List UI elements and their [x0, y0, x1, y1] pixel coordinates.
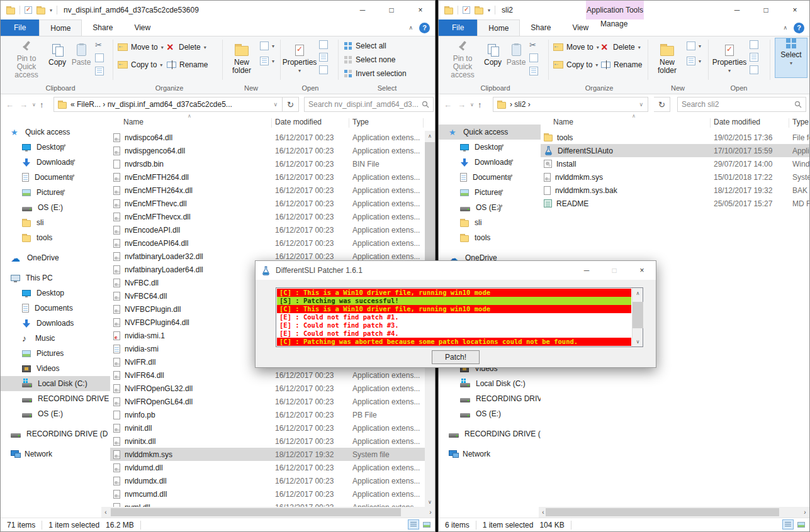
recent-locations-icon[interactable]: ∨	[32, 94, 36, 114]
edit-icon[interactable]	[750, 53, 758, 62]
close-button[interactable]: ×	[628, 261, 656, 280]
properties-check-icon[interactable]	[25, 6, 32, 14]
sidebar-item[interactable]: Music	[1, 331, 110, 346]
file-row[interactable]: DifferentSLIAuto 17/10/2017 15:59 Applic	[541, 144, 809, 157]
move-to-button[interactable]: Move to▾	[553, 43, 599, 52]
scroll-right-icon[interactable]: ›	[426, 507, 435, 518]
rename-button[interactable]: Rename	[601, 60, 642, 69]
file-row[interactable]: nvldumd.dll 16/12/2017 00:23 Application…	[110, 461, 425, 474]
file-row[interactable]: nvdrsdb.bin 16/12/2017 00:23 BIN File	[110, 157, 425, 170]
search-icon[interactable]	[422, 101, 429, 108]
maximize-button[interactable]: □	[751, 1, 780, 19]
tab-file[interactable]: File	[1, 19, 39, 36]
copy-button[interactable]: Copy	[46, 38, 69, 79]
horizontal-scrollbar[interactable]: ‹ ›	[101, 507, 435, 518]
column-date-modified[interactable]: Date modified	[275, 118, 322, 126]
tab-view[interactable]: View	[123, 19, 161, 36]
paste-shortcut-icon[interactable]	[529, 67, 538, 75]
file-row[interactable]: nvinfo.pb 16/12/2017 00:23 PB File	[110, 408, 425, 421]
sidebar-item[interactable]: Downloads	[439, 155, 541, 170]
select-button[interactable]: Select ▾	[775, 38, 807, 78]
chevron-down-icon[interactable]: ▾	[488, 8, 490, 13]
sidebar-item[interactable]: sli	[439, 215, 541, 230]
breadcrumb[interactable]: › sli2 ›	[510, 100, 531, 109]
sidebar-item[interactable]: Documents	[439, 170, 541, 185]
file-row[interactable]: nvEncodeAPI.dll 16/12/2017 00:23 Applica…	[110, 223, 425, 236]
sidebar-item[interactable]: Quick access	[1, 125, 110, 140]
tab-home[interactable]: Home	[39, 19, 82, 36]
file-row[interactable]: README 25/05/2017 15:27 MD Fi	[541, 197, 809, 210]
sidebar-item[interactable]: RECORDING DRIVE	[1, 391, 110, 406]
recent-locations-icon[interactable]: ∨	[470, 94, 474, 114]
forward-button[interactable]: →	[458, 94, 466, 114]
paste-button[interactable]: Paste	[505, 38, 527, 79]
paste-shortcut-icon[interactable]	[95, 67, 104, 75]
column-type[interactable]: Type	[352, 118, 369, 126]
delete-button[interactable]: Delete▾	[167, 43, 206, 52]
pin-to-quick-access-button[interactable]: Pin to Quick access	[445, 38, 480, 79]
sidebar-item[interactable]: Network	[439, 446, 541, 462]
sidebar-item[interactable]: Videos	[1, 361, 110, 376]
tab-home[interactable]: Home	[477, 19, 520, 36]
file-row[interactable]: NvIFROpenGL32.dll 16/12/2017 00:23 Appli…	[110, 382, 425, 395]
file-row[interactable]: NvIFR64.dll 16/12/2017 00:23 Application…	[110, 369, 425, 382]
address-box[interactable]: « FileR... › nv_dispi.inf_amd64_d37ca5c2…	[53, 97, 283, 112]
new-folder-icon[interactable]	[37, 8, 45, 14]
scroll-down-icon[interactable]: ∨	[425, 497, 435, 507]
scrollbar-thumb[interactable]	[546, 508, 779, 516]
sidebar-item[interactable]: Pictures	[439, 185, 541, 200]
column-name[interactable]: Name	[123, 118, 143, 126]
scroll-down-icon[interactable]: ∨	[633, 336, 643, 346]
file-row[interactable]: nvlddmkm.sys 18/12/2017 19:32 System fil…	[110, 448, 425, 461]
file-row[interactable]: NvIFROpenGL64.dll 16/12/2017 00:23 Appli…	[110, 395, 425, 408]
search-input[interactable]	[682, 100, 794, 109]
file-row[interactable]: nvml.dll 16/12/2017 00:23 Application ex…	[110, 501, 425, 507]
copy-to-button[interactable]: Copy to▾	[118, 60, 162, 69]
details-view-button[interactable]	[782, 519, 794, 529]
scroll-up-icon[interactable]: ∧	[425, 131, 435, 141]
sidebar-item[interactable]: RECORDING DRIVE (D	[439, 426, 541, 441]
help-icon[interactable]: ?	[794, 23, 804, 33]
search-input[interactable]	[308, 100, 422, 109]
collapse-ribbon-icon[interactable]: ∧	[783, 25, 787, 31]
collapse-ribbon-icon[interactable]: ∧	[408, 25, 413, 31]
rename-button[interactable]: Rename	[167, 60, 208, 69]
history-icon[interactable]	[319, 65, 328, 74]
scroll-up-icon[interactable]: ∧	[633, 288, 643, 298]
file-row[interactable]: nvEncMFThevcx.dll 16/12/2017 00:23 Appli…	[110, 210, 425, 223]
sidebar-item[interactable]: tools	[439, 230, 541, 245]
horizontal-scrollbar[interactable]: ‹ ›	[539, 507, 809, 518]
back-button[interactable]: ←	[444, 94, 452, 114]
chevron-down-icon[interactable]: ▾	[50, 8, 52, 13]
close-button[interactable]: ×	[780, 1, 809, 19]
minimize-button[interactable]: ─	[573, 261, 600, 280]
sidebar-item[interactable]: Quick access	[439, 125, 541, 140]
sidebar-item[interactable]: Pictures	[1, 185, 110, 200]
history-icon[interactable]	[750, 65, 758, 74]
minimize-button[interactable]: ─	[723, 1, 751, 19]
file-row[interactable]: nvEncodeAPI64.dll 16/12/2017 00:23 Appli…	[110, 236, 425, 250]
sidebar-item[interactable]: Desktop	[439, 140, 541, 155]
new-item-icon[interactable]	[687, 42, 695, 50]
sidebar-item[interactable]: Pictures	[1, 346, 110, 361]
open-icon[interactable]	[750, 40, 758, 49]
file-row[interactable]: nvinit.dll 16/12/2017 00:23 Application …	[110, 421, 425, 435]
sidebar-item[interactable]: Documents	[1, 301, 110, 316]
close-button[interactable]: ×	[406, 1, 435, 19]
file-row[interactable]: nvldumdx.dll 16/12/2017 00:23 Applicatio…	[110, 474, 425, 487]
folder-icon[interactable]	[6, 8, 15, 14]
file-row[interactable]: nvdispgenco64.dll 16/12/2017 00:23 Appli…	[110, 144, 425, 157]
sidebar-item[interactable]: RECORDING DRIVE	[439, 391, 541, 406]
sidebar-item[interactable]: tools	[1, 230, 110, 245]
address-dropdown-icon[interactable]: ∨	[634, 101, 648, 108]
breadcrumb[interactable]: « FileR... › nv_dispi.inf_amd64_d37ca5c2…	[70, 100, 232, 109]
file-row[interactable]: nvmcumd.dll 16/12/2017 00:23 Application…	[110, 487, 425, 501]
copy-button[interactable]: Copy	[481, 38, 504, 79]
sidebar-item[interactable]: Local Disk (C:)	[1, 376, 110, 391]
scrollbar-thumb[interactable]	[111, 508, 401, 516]
address-dropdown-icon[interactable]: ∨	[269, 101, 282, 108]
properties-button[interactable]: Properties ▾	[285, 38, 314, 79]
invert-selection-button[interactable]: Invert selection	[344, 69, 407, 78]
file-row[interactable]: nvEncMFTH264x.dll 16/12/2017 00:23 Appli…	[110, 184, 425, 197]
tab-file[interactable]: File	[439, 19, 477, 36]
